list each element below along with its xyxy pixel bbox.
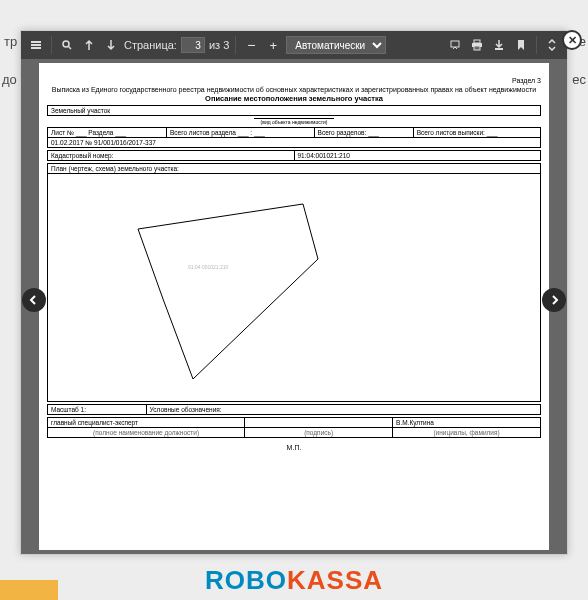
sig-caption: (инициалы, фамилия) <box>393 428 541 438</box>
date-number-cell: 01.02.2017 № 91/001/016/2017-337 <box>48 138 541 148</box>
sheet-cell: Лист № ___ Раздела ___ <box>48 128 167 138</box>
separator <box>536 36 537 54</box>
cadastral-value: 91:04:001021:210 <box>294 151 541 161</box>
plan-table: План (чертеж, схема) земельного участка:… <box>47 163 541 402</box>
tools-icon[interactable] <box>543 36 561 54</box>
print-icon[interactable] <box>468 36 486 54</box>
logo-part-1: ROBO <box>205 565 287 595</box>
sidebar-toggle-icon[interactable] <box>27 36 45 54</box>
legend-label: Условные обозначения: <box>146 405 540 415</box>
stamp-label: М.П. <box>47 444 541 451</box>
doc-title-line2: Описание местоположения земельного участ… <box>47 94 541 103</box>
svg-marker-10 <box>138 204 318 379</box>
page-label: Страница: <box>124 39 177 51</box>
signature-space <box>245 418 393 428</box>
bookmark-icon[interactable] <box>512 36 530 54</box>
sheet-cell: Всего листов выписки: ___ <box>413 128 540 138</box>
zoom-in-icon[interactable]: + <box>264 36 282 54</box>
close-modal-button[interactable]: ✕ <box>562 30 582 50</box>
cadastral-label: Кадастровый номер: <box>48 151 295 161</box>
svg-rect-9 <box>495 48 503 50</box>
parcel-polygon-icon <box>88 184 338 384</box>
sheet-info-table: Лист № ___ Раздела ___ Всего листов разд… <box>47 127 541 148</box>
search-icon[interactable] <box>58 36 76 54</box>
download-icon[interactable] <box>490 36 508 54</box>
pdf-viewport[interactable]: Раздел 3 Выписка из Единого государствен… <box>21 59 567 554</box>
scale-table: Масштаб 1: Условные обозначения: <box>47 404 541 415</box>
svg-rect-2 <box>31 47 41 49</box>
sig-caption: (полное наименование должности) <box>48 428 245 438</box>
cadastral-table: Кадастровый номер: 91:04:001021:210 <box>47 150 541 161</box>
pdf-viewer-modal: Страница: из 3 − + Автоматически Раздел … <box>20 30 568 555</box>
next-image-button[interactable] <box>542 288 566 312</box>
decorative-block <box>0 580 58 600</box>
signer-role: главный специалист-эксперт <box>48 418 245 428</box>
chevron-right-icon <box>549 295 559 305</box>
sig-caption: (подпись) <box>245 428 393 438</box>
sheet-cell: Всего разделов: ___ <box>314 128 413 138</box>
plan-inner-code: 91:04:001021:210 <box>188 264 228 270</box>
scale-label: Масштаб 1: <box>48 405 147 415</box>
zoom-out-icon[interactable]: − <box>242 36 260 54</box>
object-type-cell: Земельный участок <box>48 106 541 116</box>
sheet-cell: Всего листов раздела ___ : ___ <box>167 128 315 138</box>
prev-image-button[interactable] <box>22 288 46 312</box>
object-type-table: Земельный участок <box>47 105 541 116</box>
presentation-icon[interactable] <box>446 36 464 54</box>
logo-part-2: KASSA <box>287 565 383 595</box>
svg-rect-1 <box>31 44 41 46</box>
pdf-page: Раздел 3 Выписка из Единого государствен… <box>39 63 549 550</box>
robokassa-logo: ROBOKASSA <box>0 565 588 596</box>
pdf-toolbar: Страница: из 3 − + Автоматически <box>21 31 567 59</box>
separator <box>235 36 236 54</box>
page-number-input[interactable] <box>181 37 205 53</box>
plan-drawing-cell: 91:04:001021:210 <box>48 174 541 402</box>
object-type-caption: (вид объекта недвижимости) <box>254 118 334 125</box>
plan-header: План (чертеж, схема) земельного участка: <box>48 164 541 174</box>
background-text: до <box>2 72 17 87</box>
doc-title-line1: Выписка из Единого государственного реес… <box>47 86 541 93</box>
background-text: тр <box>4 34 17 49</box>
page-total: из 3 <box>209 39 229 51</box>
section-number: Раздел 3 <box>47 77 541 84</box>
next-page-icon[interactable] <box>102 36 120 54</box>
svg-rect-0 <box>31 41 41 43</box>
signer-name: В.М.Култина <box>393 418 541 428</box>
svg-rect-6 <box>474 40 480 43</box>
separator <box>51 36 52 54</box>
zoom-select[interactable]: Автоматически <box>286 36 386 54</box>
prev-page-icon[interactable] <box>80 36 98 54</box>
svg-rect-5 <box>451 41 459 47</box>
svg-line-4 <box>69 47 72 50</box>
svg-point-3 <box>63 41 69 47</box>
chevron-left-icon <box>29 295 39 305</box>
svg-rect-8 <box>474 46 480 50</box>
background-text: ес <box>572 72 586 87</box>
signature-table: главный специалист-эксперт В.М.Култина (… <box>47 417 541 438</box>
